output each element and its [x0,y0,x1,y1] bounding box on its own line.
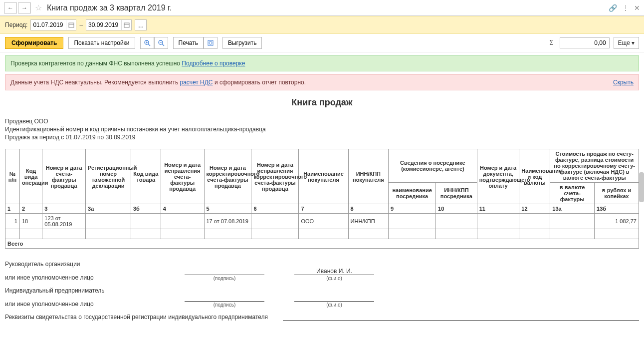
zoom-group [140,37,168,49]
cell-currency [519,214,550,229]
th-customs: Регистрационный номер таможенной деклара… [86,149,131,204]
svg-line-5 [148,44,150,46]
message-text: Проверка контрагентов по данным ФНС выпо… [10,60,182,67]
date-to-input[interactable] [86,20,121,29]
check-details-link[interactable]: Подробнее о проверке [182,60,245,67]
scrollbar[interactable] [639,172,644,202]
th-opcode: Код вида операции [19,149,42,204]
cell-interinn [436,214,477,229]
colnum: 3a [86,204,131,214]
sum-field[interactable] [560,37,610,48]
sign-value [223,268,225,275]
fio-value: Иванов И. И. [316,268,352,275]
cell-buyerinn: ИНН/КПП [348,214,389,229]
link-icon[interactable]: 🔗 [609,4,617,12]
zoom-out-icon[interactable] [154,37,168,49]
colnum: 1 [5,204,20,214]
back-button[interactable]: ← [4,2,17,13]
colnum: 2 [19,204,42,214]
colnum: 6 [251,204,299,214]
colnum: 9 [389,204,436,214]
signatures: Руководитель организации или иное уполно… [5,261,639,321]
sign-caption: (подпись) [214,302,235,308]
cell-op: 18 [19,214,42,229]
total-label: Всего [5,239,639,249]
seller-line: Продавец ООО [5,118,639,125]
colnum: 13a [550,204,595,214]
show-settings-button[interactable]: Показать настройки [68,37,135,49]
more-vert-icon[interactable]: ⋮ [622,4,629,12]
period-line: Продажа за период с 01.07.2019 по 30.09.… [5,134,639,141]
zoom-in-icon[interactable] [140,37,154,49]
colnum: 13б [595,204,639,214]
export-button[interactable]: Выгрузить [222,37,262,49]
more-button[interactable]: Еще ▾ [614,37,639,49]
period-label: Период: [5,21,27,28]
colnum: 3б [131,204,161,214]
sigma-icon: Σ [547,39,555,47]
nds-warning-message: Данные учета НДС неактуальны. Рекомендуе… [5,74,639,90]
date-from [30,19,76,30]
fio-caption: (ф.и.о) [326,302,342,308]
cell-invoice: 123 от 05.08.2019 [42,214,86,229]
calendar-icon[interactable] [121,20,131,30]
svg-rect-2 [124,23,129,27]
cell-correction [161,214,204,229]
cell-customs [86,214,131,229]
fio-value [333,294,335,301]
message-text: и сформировать отчет повторно. [215,79,306,86]
favorite-icon[interactable]: ☆ [35,3,42,12]
total-row: Всего [5,239,639,249]
cell-corrcorr [251,214,299,229]
th-intermediary-group: Сведения о посреднике (комиссионере, аге… [389,149,477,183]
cell-costcur [550,214,595,229]
check-success-message: Проверка контрагентов по данным ФНС выпо… [5,55,639,71]
cell-buyer: ООО [299,214,348,229]
colnum: 4 [161,204,204,214]
print-button[interactable]: Печать [173,37,204,49]
cell-goods [131,214,161,229]
ip-label: Индивидуальный предприниматель [5,287,639,294]
th-goods: Код вида товара [131,149,161,204]
colnum: 3 [42,204,86,214]
close-icon[interactable]: ✕ [634,4,640,12]
period-ellipsis-button[interactable]: ... [135,19,147,30]
print-preview-icon[interactable] [204,37,217,49]
window-title: Книга продаж за 3 квартал 2019 г. [47,3,172,12]
head-label: Руководитель организации [5,261,639,268]
th-invoice: Номер и дата счета-фактуры продавца [42,149,86,204]
th-paydoc: Номер и дата документа, подтверждающего … [477,149,519,204]
cell-intername [389,214,436,229]
th-corrective: Номер и дата корректировочного счета-фак… [204,149,251,204]
form-button[interactable]: Сформировать [5,37,63,49]
th-inter-inn: ИНН/КПП посредника [436,183,477,204]
hide-message-link[interactable]: Скрыть [613,79,634,86]
sign-caption: (подпись) [214,276,235,281]
th-inter-name: наименование посредника [389,183,436,204]
sign-value [223,294,225,301]
message-text: Данные учета НДС неактуальны. Рекомендуе… [10,79,180,86]
colnum: 10 [436,204,477,214]
colnum: 8 [348,204,389,214]
th-cost-rub: в рублях и копейках [595,183,639,204]
svg-rect-0 [69,23,74,27]
period-bar: Период: – ... [0,16,644,34]
sales-book-table: № п/п Код вида операции Номер и дата сче… [5,149,639,249]
date-from-input[interactable] [31,20,66,29]
or-auth-label: или иное уполномоченное лицо [5,301,185,308]
cell-corrective: 17 от 07.08.2019 [204,214,251,229]
date-to [86,19,132,30]
toolbar: Сформировать Показать настройки Печать В… [0,34,644,52]
reg-label: Реквизиты свидетельства о государственно… [5,314,268,321]
svg-point-12 [209,41,212,44]
calendar-icon[interactable] [66,20,76,30]
cell-n: 1 [5,214,20,229]
report-title: Книга продаж [5,97,639,108]
forward-button[interactable]: → [18,2,31,13]
reg-underline [283,314,639,321]
th-corr-corr: Номер и дата исправления корректировочно… [251,149,299,204]
colnum: 11 [477,204,519,214]
report-area: Книга продаж Продавец ООО Идентификацион… [5,97,639,321]
table-row [5,229,639,239]
nds-calc-link[interactable]: расчет НДС [180,79,213,86]
